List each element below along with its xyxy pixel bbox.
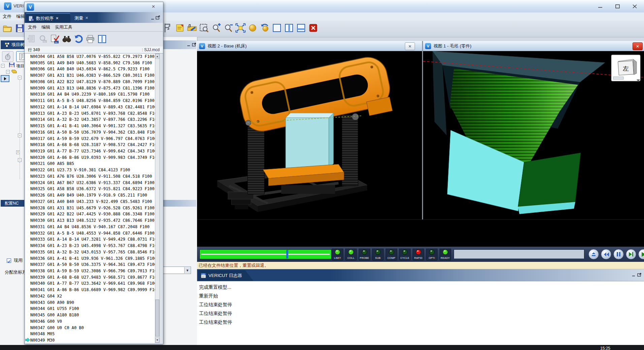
stacked-view-layout-icon[interactable] — [296, 23, 306, 33]
tree-expander[interactable]: − — [1, 64, 5, 68]
rotate-view-icon[interactable] — [260, 23, 270, 33]
open-project-icon[interactable] — [3, 23, 13, 34]
nc-line[interactable]: N00334 G01 A-23 B-23 U45.4998 V-953.767 … — [30, 243, 155, 249]
panel-popout-icon[interactable] — [191, 42, 196, 47]
nc-line[interactable]: N00345 G00 A180 B180 — [30, 312, 155, 318]
nc-line[interactable]: N00305 G01 A49 B49 U40.5683 V-858.902 C7… — [30, 60, 155, 66]
nc-line[interactable]: N00344 G01 U755 F100 — [30, 306, 155, 312]
nc-line[interactable]: N00314 G01 A-32 B-32 U43.3857 V-897.766 … — [30, 116, 155, 123]
nc-line[interactable]: N00327 G01 A40 B40 U43.233 V-922.499 C85… — [30, 199, 155, 205]
zoom-in-icon[interactable] — [211, 23, 221, 33]
view2-close-button[interactable]: ✕ — [405, 42, 415, 50]
minimize-button[interactable] — [595, 2, 605, 10]
split-columns-icon[interactable] — [97, 34, 107, 44]
logger-popout-icon[interactable] — [637, 273, 642, 277]
nc-window-titlebar[interactable]: V ✕ — [25, 2, 163, 12]
nc-line[interactable]: N00332 G01 A-5 B-5 U48.4553 V-944.858 C8… — [30, 230, 155, 237]
nc-line[interactable]: N00321 G00 A85 B85 — [30, 161, 155, 167]
menu-item[interactable]: 文件 — [28, 24, 37, 30]
tab-nc-program[interactable]: NC 数控程序 ✕ — [26, 13, 70, 23]
tree-expander[interactable]: − — [6, 70, 10, 74]
nc-line[interactable]: N00319 G01 A-77 B-77 U23.7346 V-909.642 … — [30, 148, 155, 154]
nc-line[interactable]: N00322 G01 U23.73 V-910.381 C84.4123 F10… — [30, 167, 155, 173]
nc-line[interactable]: N00317 G01 A-59 B-59 U32.679 V-906.797 C… — [30, 136, 155, 142]
panel-minimize-icon[interactable] — [186, 43, 191, 47]
view2-titlebar[interactable]: V 视图 2 - Base (机床) — [197, 41, 422, 51]
review-list-icon[interactable] — [26, 34, 36, 44]
two-view-layout-icon[interactable] — [284, 23, 294, 33]
single-step-button[interactable] — [626, 249, 636, 259]
reset-to-start-button[interactable] — [588, 249, 599, 259]
nc-window-close-icon[interactable]: ✕ — [152, 4, 155, 9]
indicator-button[interactable]: READY — [440, 248, 451, 260]
nc-line[interactable]: N00338 G01 A-59 B-59 U32.3086 V-966.796 … — [30, 268, 155, 274]
nc-line[interactable]: N00326 G01 A49 B49 U40.1979 V-918.9 C85.… — [30, 192, 155, 199]
nc-line[interactable]: N00318 G01 A-68 B-68 U28.3187 V-908.572 … — [30, 142, 155, 148]
tab-close-icon[interactable]: ✕ — [56, 16, 59, 21]
nc-line[interactable]: N00312 G01 A-14 B-14 U47.6984 V-889.43 C… — [30, 104, 155, 110]
rewind-button[interactable] — [601, 249, 611, 259]
part-3d-scene[interactable]: 左 — [423, 51, 644, 219]
nc-line[interactable]: N00342 G04 X2 — [30, 293, 155, 300]
view1-close-button[interactable]: ✕ — [633, 42, 643, 50]
indicator-button[interactable]: OPTI — [426, 248, 438, 260]
logger-tab[interactable]: LOG VERICUT 日志器 — [198, 270, 253, 281]
simulation-progress-bar[interactable] — [199, 249, 331, 259]
zoom-window-icon[interactable] — [199, 23, 209, 33]
scrollbar-thumb[interactable] — [155, 300, 159, 337]
indicator-button[interactable]: SUB — [372, 248, 384, 260]
nc-line[interactable]: N00328 G01 A31 B31 U45.6679 V-926.528 C8… — [30, 205, 155, 211]
nc-line[interactable]: N00307 G01 A31 B31 U46.0383 V-866.529 C8… — [30, 72, 155, 79]
indicator-button[interactable]: COMP — [386, 248, 397, 260]
nc-line[interactable]: N00336 G01 A-41 B-41 U39.936 V-961.326 C… — [30, 255, 155, 262]
scroll-down-icon[interactable]: ▼ — [155, 338, 159, 343]
tree-expander[interactable]: − — [18, 76, 22, 79]
menu-item[interactable]: 编辑 — [16, 13, 25, 20]
nc-line[interactable]: N00349 M30 — [30, 337, 155, 343]
menu-item[interactable]: 编辑 — [41, 24, 50, 30]
nc-line[interactable]: N00310 G01 A4 B4 U49.2239 V-880.169 C81.… — [30, 91, 155, 98]
play-button[interactable] — [638, 249, 644, 259]
indicator-button[interactable]: CYCLE — [399, 248, 411, 260]
nc-check-icon[interactable]: NC — [50, 34, 60, 44]
nc-line[interactable]: N00308 G01 A22 B22 U47.8129 V-870.889 C8… — [30, 79, 155, 85]
nc-line[interactable]: N00320 G01 A-86 B-86 U19.0393 V-909.983 … — [30, 154, 155, 161]
nc-line[interactable]: N00330 G01 A13 B13 U48.5132 V-935.472 C8… — [30, 217, 155, 224]
tool-change-icon[interactable] — [187, 23, 197, 33]
nc-line[interactable]: N00306 G01 A40 B40 U43.6034 V-862.5 C79.… — [30, 66, 155, 72]
fit-view-icon[interactable] — [235, 23, 246, 33]
nc-line[interactable]: N00341 G01 A-86 B-86 U18.6689 V-969.982 … — [30, 287, 155, 293]
nc-popout-icon[interactable] — [155, 15, 160, 20]
nc-line[interactable]: N00348 M05 — [30, 331, 155, 337]
progress-marker[interactable] — [286, 250, 288, 258]
indicator-button[interactable]: COLL — [345, 248, 357, 260]
indicator-button[interactable]: LIMIT — [332, 248, 343, 260]
nc-line[interactable]: N00315 G01 A-41 B-41 U40.3064 V-901.327 … — [30, 123, 155, 129]
caliper-measure-icon[interactable] — [163, 23, 173, 33]
logger-minimize-icon[interactable] — [631, 273, 636, 277]
menu-item[interactable]: 文件 — [3, 13, 11, 20]
undo-icon[interactable] — [73, 34, 84, 44]
nc-line[interactable]: N00343 G00 A90 B90 — [30, 300, 155, 306]
nc-line[interactable]: N00325 G01 A58 B58 U36.6372 V-915.821 C8… — [30, 186, 155, 192]
nc-line[interactable]: N00313 G01 A-23 B-23 U45.8701 V-893.768 … — [30, 110, 155, 117]
scroll-up-icon[interactable]: ▲ — [155, 54, 159, 59]
print-icon[interactable] — [85, 34, 95, 44]
nc-line[interactable]: N00347 G00 U0 C0 A0 B0 — [30, 325, 155, 331]
nc-scrollbar[interactable]: ▲ ▼ — [155, 54, 160, 343]
mouse-mode-button[interactable] — [2, 51, 13, 62]
find-binoculars-icon[interactable] — [62, 34, 72, 44]
machine-3d-scene[interactable] — [197, 51, 422, 219]
tree-active-marker[interactable] — [1, 75, 9, 82]
indicator-button[interactable]: PROBE — [359, 248, 370, 260]
shaded-view-icon[interactable] — [248, 23, 258, 33]
nc-line[interactable]: N00340 G01 A-77 B-77 U23.3642 V-969.641 … — [30, 280, 155, 287]
indicator-button[interactable]: RAPID — [413, 248, 424, 260]
view1-titlebar[interactable]: V 视图 1 - 毛坯 (零件) — [423, 41, 644, 51]
nc-line[interactable]: N00339 G01 A-68 B-68 U27.9483 V-968.571 … — [30, 274, 155, 281]
nc-line[interactable]: N00316 G01 A-50 B-50 U36.7079 V-904.362 … — [30, 129, 155, 136]
save-project-icon[interactable]: VC — [15, 23, 25, 34]
menu-item[interactable]: 实用工具 — [55, 24, 72, 30]
tree-expander[interactable]: − — [18, 134, 22, 137]
nc-line[interactable]: N00309 G01 A13 B13 U48.8836 V-875.473 C8… — [30, 85, 155, 92]
